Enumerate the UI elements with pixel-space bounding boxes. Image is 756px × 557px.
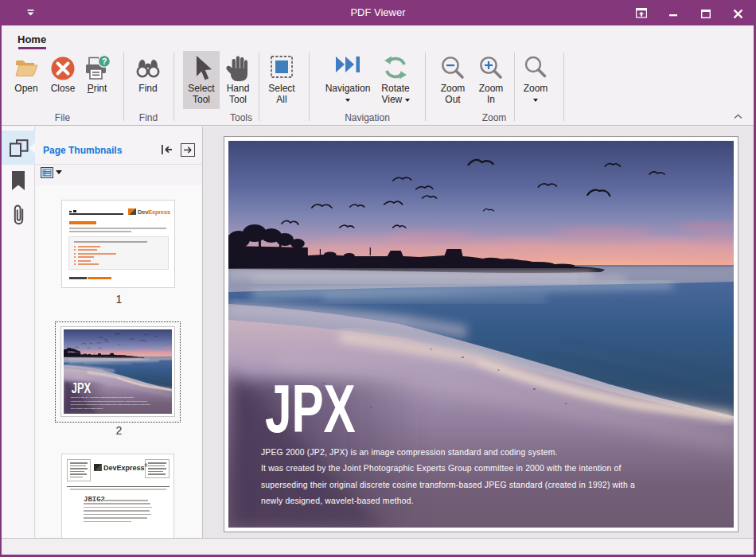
svg-text:It was created by the Joint Ph: It was created by the Joint Photographic… <box>261 464 622 473</box>
svg-text:?: ? <box>102 56 107 66</box>
svg-text:superseding their original dis: superseding their original discrete cosi… <box>261 481 635 489</box>
svg-text:JPX: JPX <box>265 370 356 446</box>
svg-text:It was created by the Joint Ph: It was created by the Joint Photographic… <box>71 400 148 402</box>
svg-text:JPEG 2000 (JP2, JPX) is an ima: JPEG 2000 (JP2, JPX) is an image compres… <box>261 448 558 457</box>
svg-text:newly designed, wavelet-based: newly designed, wavelet-based method. <box>261 497 414 505</box>
svg-text:superseding their original dis: superseding their original discrete cosi… <box>71 403 151 405</box>
svg-text:JPX: JPX <box>72 380 92 396</box>
